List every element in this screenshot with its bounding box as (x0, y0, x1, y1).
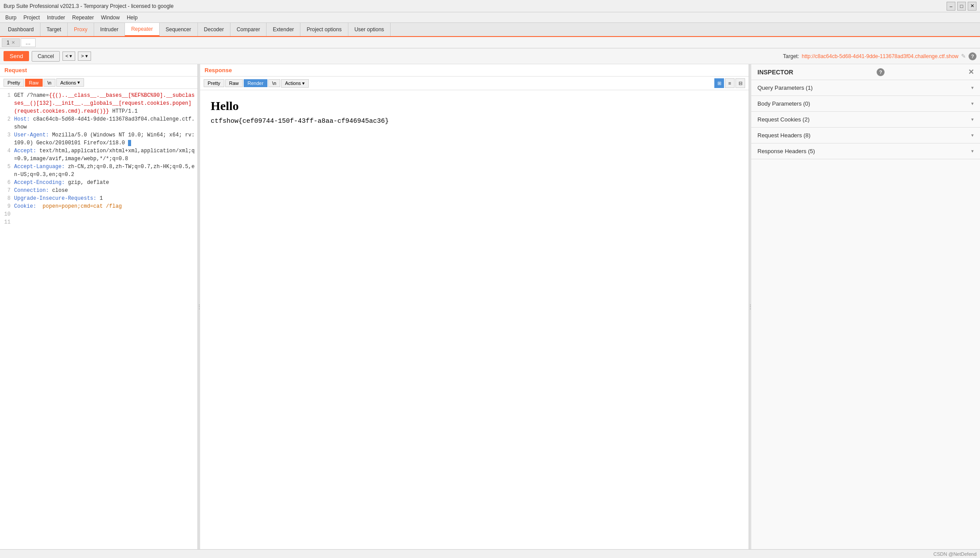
table-row: 4 Accept: text/html,application/xhtml+xm… (2, 147, 196, 163)
table-row: 7 Connection: close (2, 187, 196, 195)
response-resizer[interactable] (749, 64, 751, 549)
edit-target-icon[interactable]: ✎ (961, 53, 966, 59)
response-rendered-title: Hello (211, 99, 738, 113)
maximize-button[interactable]: □ (957, 2, 966, 11)
response-raw-btn[interactable]: Raw (225, 79, 243, 87)
menu-help[interactable]: Help (123, 14, 141, 22)
response-render-btn[interactable]: Render (244, 79, 267, 87)
tab-comparer[interactable]: Comparer (230, 23, 267, 36)
request-resizer[interactable] (198, 64, 200, 549)
request-pretty-btn[interactable]: Pretty (4, 79, 24, 87)
help-icon[interactable]: ? (969, 52, 976, 60)
response-header: Response (200, 64, 749, 77)
tab-dashboard[interactable]: Dashboard (2, 23, 40, 36)
query-chevron-icon: ▾ (971, 85, 974, 91)
inspector-section-query: Query Parameters (1) ▾ (751, 80, 980, 96)
request-raw-btn[interactable]: Raw (25, 79, 43, 87)
tab-proxy[interactable]: Proxy (68, 23, 94, 36)
inspector-section-body: Body Parameters (0) ▾ (751, 96, 980, 112)
tab-decoder[interactable]: Decoder (198, 23, 230, 36)
response-n-btn[interactable]: \n (268, 79, 280, 87)
inspector-resp-headers-header[interactable]: Response Headers (5) ▾ (751, 143, 980, 159)
inspector-query-header[interactable]: Query Parameters (1) ▾ (751, 80, 980, 95)
window-controls: – □ ✕ (947, 2, 976, 11)
repeater-tab-1[interactable]: 1 ✕ (2, 38, 20, 47)
response-panel: Response Pretty Raw Render \n Actions ▾ … (200, 64, 749, 549)
minimize-button[interactable]: – (947, 2, 955, 11)
view-icon-wrap[interactable]: ≡ (725, 78, 735, 88)
inspector-cookies-label: Request Cookies (2) (757, 116, 810, 123)
cancel-button[interactable]: Cancel (32, 51, 59, 62)
inspector-section-cookies: Request Cookies (2) ▾ (751, 112, 980, 128)
tab-user-options[interactable]: User options (348, 23, 391, 36)
menu-window[interactable]: Window (97, 14, 123, 22)
tab-target[interactable]: Target (40, 23, 68, 36)
main-content: Request Pretty Raw \n Actions ▾ 1 GET /?… (0, 64, 980, 549)
send-button[interactable]: Send (4, 51, 29, 61)
repeater-tab-row: 1 ✕ … (0, 37, 980, 48)
table-row: 3 User-Agent: Mozilla/5.0 (Windows NT 10… (2, 131, 196, 147)
request-panel: Request Pretty Raw \n Actions ▾ 1 GET /?… (0, 64, 198, 549)
tab-extender[interactable]: Extender (267, 23, 300, 36)
response-view-icons: ⊞ ≡ ⊟ (714, 78, 745, 88)
inspector-cookies-header[interactable]: Request Cookies (2) ▾ (751, 112, 980, 127)
inspector-req-headers-label: Request Headers (8) (757, 132, 811, 139)
response-pretty-btn[interactable]: Pretty (204, 79, 224, 87)
target-prefix: Target: (783, 53, 799, 59)
table-row: 6 Accept-Encoding: gzip, deflate (2, 179, 196, 187)
inspector-section-req-headers: Request Headers (8) ▾ (751, 128, 980, 143)
target-url: http://c8ac64cb-5d68-4d41-9dde-113678ad3… (802, 53, 958, 59)
target-info: Target: http://c8ac64cb-5d68-4d41-9dde-1… (783, 52, 976, 60)
tab-project-options[interactable]: Project options (300, 23, 348, 36)
table-row: 9 Cookie: popen=popen;cmd=cat /flag (2, 202, 196, 210)
request-view-toggle: Pretty Raw \n Actions ▾ (0, 77, 197, 89)
request-code-area[interactable]: 1 GET /?name={{()..__class__.__bases__[%… (0, 89, 197, 549)
response-view-toggle: Pretty Raw Render \n Actions ▾ ⊞ ≡ ⊟ (200, 77, 749, 90)
inspector-help-icon[interactable]: ? (877, 68, 885, 76)
table-row: 5 Accept-Language: zh-CN,zh;q=0.8,zh-TW;… (2, 163, 196, 179)
menu-repeater[interactable]: Repeater (69, 14, 97, 22)
nav-back-button[interactable]: < ▾ (62, 51, 75, 61)
response-render-area: Hello ctfshow{cef09744-150f-43ff-a8aa-cf… (200, 90, 749, 549)
table-row: 10 (2, 210, 196, 218)
req-headers-chevron-icon: ▾ (971, 132, 974, 138)
response-rendered-flag: ctfshow{cef09744-150f-43ff-a8aa-cf946945… (211, 117, 738, 125)
menu-burp[interactable]: Burp (2, 14, 20, 22)
inspector-req-headers-header[interactable]: Request Headers (8) ▾ (751, 128, 980, 143)
inspector-header: INSPECTOR ? ✕ (751, 64, 980, 80)
view-icon-other[interactable]: ⊟ (735, 78, 745, 88)
inspector-title: INSPECTOR (757, 69, 793, 76)
table-row: 1 GET /?name={{()..__class__.__bases__[%… (2, 92, 196, 115)
title-bar: Burp Suite Professional v2021.3 - Tempor… (0, 0, 980, 12)
inspector-body-label: Body Parameters (0) (757, 100, 810, 107)
nav-forward-button[interactable]: > ▾ (78, 51, 91, 61)
tab-repeater[interactable]: Repeater (125, 23, 159, 36)
tab-intruder[interactable]: Intruder (94, 23, 125, 36)
status-text: CSDN @NetDefend (933, 551, 976, 557)
table-row: 8 Upgrade-Insecure-Requests: 1 (2, 195, 196, 202)
menu-project[interactable]: Project (20, 14, 43, 22)
inspector-body-header[interactable]: Body Parameters (0) ▾ (751, 96, 980, 111)
close-tab-icon[interactable]: ✕ (11, 40, 15, 45)
status-bar: CSDN @NetDefend (0, 549, 980, 558)
request-header: Request (0, 64, 197, 77)
response-actions-btn[interactable]: Actions ▾ (281, 79, 309, 88)
table-row: 2 Host: c8ac64cb-5d68-4d41-9dde-113678ad… (2, 115, 196, 131)
view-icon-list[interactable]: ⊞ (714, 78, 724, 88)
inspector-resp-headers-label: Response Headers (5) (757, 148, 815, 154)
menu-bar: Burp Project Intruder Repeater Window He… (0, 12, 980, 23)
inspector-panel: INSPECTOR ? ✕ Query Parameters (1) ▾ Bod… (751, 64, 980, 549)
tab-sequencer[interactable]: Sequencer (160, 23, 198, 36)
tab-bar: Dashboard Target Proxy Intruder Repeater… (0, 23, 980, 37)
inspector-close-icon[interactable]: ✕ (968, 68, 974, 76)
table-row: 11 (2, 218, 196, 226)
request-n-btn[interactable]: \n (44, 79, 55, 87)
window-title: Burp Suite Professional v2021.3 - Tempor… (4, 3, 174, 9)
menu-intruder[interactable]: Intruder (44, 14, 69, 22)
inspector-query-label: Query Parameters (1) (757, 84, 813, 91)
repeater-tab-dots[interactable]: … (21, 38, 36, 47)
close-button[interactable]: ✕ (968, 2, 976, 11)
response-actions-chevron-icon: ▾ (302, 81, 305, 86)
actions-chevron-icon: ▾ (77, 80, 80, 85)
request-actions-btn[interactable]: Actions ▾ (56, 78, 84, 87)
